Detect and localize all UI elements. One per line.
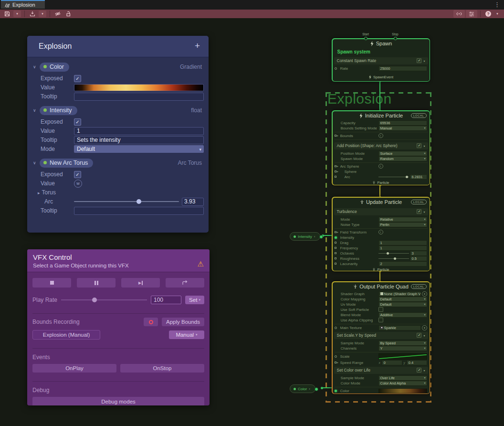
dropdown-sample-mode[interactable]: Over Life [378,375,427,381]
text-field-tooltip[interactable] [74,207,204,215]
port-rate[interactable] [335,67,340,70]
flow-input-port-stop[interactable] [394,37,397,40]
property-header-new-arc-torus[interactable]: ∨New Arc TorusArc Torus [33,157,202,169]
dropdown-bounds-setting-mode[interactable]: Manual [378,126,427,131]
texture-field[interactable]: Sparkle [378,325,421,330]
slider-arc[interactable] [378,175,409,179]
slider-handle[interactable] [394,257,396,260]
exposed-checkbox[interactable]: ✓ [74,118,81,126]
help-button[interactable]: ? [483,10,493,18]
text-field-value[interactable]: 1 [74,127,204,135]
set-button[interactable]: Set▾ [185,296,204,304]
lock-toggle[interactable] [63,10,73,18]
property-header-color[interactable]: ∨ColorGradient [33,61,202,73]
parameter-node-intensity[interactable]: Intensity‹ [290,232,320,241]
pause-button[interactable] [77,278,116,288]
record-bounds-button[interactable] [144,318,158,326]
tab-explosion[interactable]: Explosion [1,0,45,9]
parameter-node-color[interactable]: Color‹ [290,384,315,393]
text-field-tooltip[interactable] [74,93,204,101]
y-value-field[interactable]: 0.4 [407,360,427,365]
blackboard-header[interactable]: Explosion + [27,36,209,57]
play-rate-slider[interactable] [61,296,147,304]
dropdown-position-mode[interactable]: Surface [378,151,427,156]
block-collapse-icon[interactable]: ▾ [423,144,425,148]
help-dropdown-arrow[interactable]: ▾ [494,10,501,18]
port-main-texture[interactable] [335,327,340,329]
gradient-value-field[interactable] [74,84,204,91]
chevron-down-icon[interactable]: ∨ [33,108,40,113]
onstop-button[interactable]: OnStop [120,364,204,373]
port-octaves[interactable] [335,252,340,254]
port-sphere[interactable]: ▸ [335,170,340,173]
value-field[interactable]: 1 [378,240,427,245]
port-intensity[interactable] [335,236,340,239]
dropdown-uv-mode[interactable]: Default [378,302,427,307]
block-header-constant-spawn-rate[interactable]: Constant Spawn Rate✓▾ [334,57,428,64]
text-field-tooltip[interactable]: Sets the intensity [74,136,204,144]
block-enabled-checkbox[interactable]: ✓ [417,143,421,148]
exposed-checkbox[interactable]: ✓ [74,75,81,82]
port-field-transform[interactable]: ▸ [335,231,340,234]
add-property-button[interactable]: + [195,41,200,51]
slider-arc[interactable] [74,198,179,205]
value-field[interactable]: 1 [378,245,427,251]
dropdown-color-mapping[interactable]: Default [378,297,427,302]
value-field[interactable]: 2 [378,261,427,266]
gradient-field[interactable] [378,389,427,393]
dropdown-blend-mode[interactable]: Additive [378,312,427,318]
port-bounds[interactable]: ▸ [335,134,340,137]
bounds-target-button[interactable]: Explosion (Manual) [32,330,100,340]
x-value-field[interactable]: 0 [382,360,402,365]
onplay-button[interactable]: OnPlay [32,364,116,373]
foldout-arrow-icon[interactable]: ▸ [38,191,40,195]
dropdown-noise-type[interactable]: Perlin [378,222,427,227]
chevron-down-icon[interactable]: ∨ [33,64,40,69]
dropdown-channels[interactable]: Y [378,346,427,351]
slider-octaves[interactable] [378,251,409,256]
edge-port-dot[interactable] [321,387,323,389]
block-enabled-checkbox[interactable]: ✓ [417,368,421,373]
port-color[interactable] [335,390,340,392]
port-scale[interactable] [335,355,340,358]
block-enabled-checkbox[interactable]: ✓ [417,58,421,63]
block-header-set-color-over-life[interactable]: Set Color over Life✓▾ [334,367,428,374]
save-all-button[interactable] [28,10,37,18]
world-space-icon[interactable]: w [74,180,82,188]
graph-node-initialize-particle[interactable]: Initialize ParticleLOCALCapacity65536Bou… [332,110,430,185]
save-button[interactable] [2,10,12,18]
block-collapse-icon[interactable]: ▾ [423,334,425,337]
flow-input-port-start[interactable] [364,37,368,40]
block-enabled-checkbox[interactable]: ✓ [417,209,421,214]
slider-value-field[interactable]: 3 [410,251,427,256]
property-pill-color[interactable]: Color [40,63,69,72]
save-all-dropdown-arrow[interactable]: ▾ [39,11,46,17]
port-frequency[interactable] [335,247,340,249]
collapse-icon[interactable]: ‹ [314,234,315,239]
step-button[interactable]: ▶ [121,278,160,288]
slider-value-field[interactable]: 3.93 [182,198,204,206]
restart-button[interactable] [166,278,204,288]
graph-node-spawn[interactable]: SpawnSpawn systemConstant Spawn Rate✓▾Ra… [332,38,430,82]
window-menu-icon[interactable]: ⋮ [494,1,500,9]
debug-modes-button[interactable]: Debug modes [32,397,204,405]
node-header-update-particle[interactable]: Update ParticleLOCAL [333,198,430,207]
value-field[interactable]: 65536 [378,120,427,126]
curve-field[interactable] [378,353,427,360]
chevron-down-icon[interactable]: ∨ [33,160,40,165]
dropdown-mode[interactable]: Relative [378,217,427,222]
bounds-mode-dropdown[interactable]: Manual▾ [169,330,204,339]
slider-value-field[interactable]: 0.5 [410,256,427,261]
dropdown-spawn-mode[interactable]: Random [378,156,427,161]
node-header-initialize-particle[interactable]: Initialize ParticleLOCAL [333,111,430,120]
attribute-code-button[interactable] [453,10,465,18]
value-field[interactable]: 25000 [378,66,427,71]
slider-roughness[interactable] [378,256,409,261]
collapse-icon[interactable]: ‹ [309,387,310,391]
play-rate-input[interactable]: 100 [151,296,181,304]
apply-bounds-button[interactable]: Apply Bounds [162,318,204,326]
port-arc[interactable] [335,176,340,178]
node-header-output-particle-quad[interactable]: Output Particle QuadLOCAL [333,282,430,291]
control-sliders-button[interactable] [466,10,477,18]
dropdown-sample-mode[interactable]: By Speed [378,341,427,346]
